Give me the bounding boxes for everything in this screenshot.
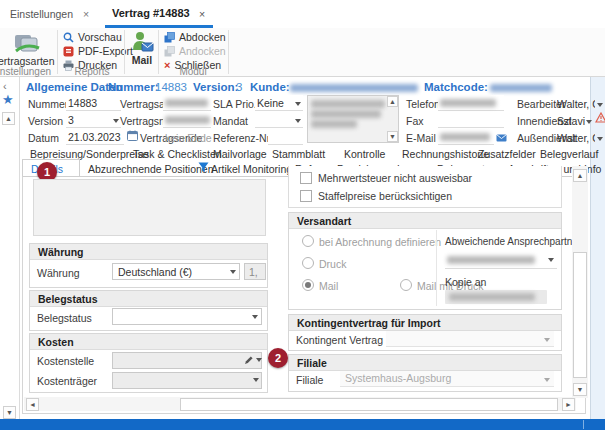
ribbon-group-einstellungen-label: Einstellungen [0,66,58,77]
scroll-down-button[interactable]: ▼ [573,383,587,396]
summary-version-label: Version: [193,81,238,93]
kopie-an-label: Kopie an [445,276,486,288]
tab-mailvorlage[interactable]: Mailvorlage [213,148,267,160]
tab-rechnungshistorie[interactable]: Rechnungshistorie [402,148,489,160]
tab-stammblatt[interactable]: Stammblatt [272,148,325,160]
redacted-email-value [440,133,490,141]
filter-icon [198,162,209,175]
send-email-icon[interactable] [496,132,507,144]
filiale-value: Systemhaus-Augsburg [345,372,451,384]
waehrung-value: Deutschland (€) [118,266,192,278]
mandat-label: Mandat [213,115,248,127]
document-tabbar [0,0,605,28]
scroll-up-button[interactable]: ▲ [573,169,587,182]
ansprechpartner-label: Abweichende Ansprechpartner [445,236,581,247]
staffelpreise-checkbox-label: Staffelpreise berücksichtigen [318,190,452,202]
summary-kunde-label: Kunde: [250,81,290,93]
sla-prio-dropdown-icon[interactable] [295,102,301,106]
scroll-left-button[interactable]: ◄ [26,398,39,411]
innendienst-value[interactable]: Szlavik, N [557,115,585,127]
staffelpreise-checkbox[interactable] [300,190,312,202]
datum-label: Datum [28,132,59,144]
telefon-label: Telefon [406,98,440,110]
version-dropdown-icon[interactable] [113,119,119,123]
aussendienst-dropdown-icon[interactable] [597,137,603,141]
left-strip-scroll-down[interactable]: ▼ [3,406,16,419]
address-scroll-down[interactable]: ▼ [387,131,398,142]
waehrung-label: Währung [37,267,80,279]
kostentraeger-field[interactable] [112,372,262,389]
kostenstelle-field[interactable] [112,352,262,369]
andocken-button: Andocken [164,45,226,57]
kostenstelle-label: Kostenstelle [37,355,94,367]
section-kontingent-header: Kontingentvertrag für Import [289,315,561,331]
bearbeiter-value[interactable]: Walter, Olive [557,98,595,110]
redacted-address-line [311,100,385,108]
mail-icon [130,30,154,54]
aussendienst-value[interactable]: Walter, Olive [557,132,595,144]
waehrung-combo[interactable]: Deutschland (€) [112,263,240,280]
ribbon-group-modul-label: Modul [164,66,222,77]
tab-einstellungen[interactable]: Einstellungen [10,8,73,20]
nummer-label: Nummer [28,98,68,110]
left-strip-clipped-text: rrrrrrrrr [0,130,6,297]
referenz-nr-field[interactable] [268,129,303,145]
address-scroll-up[interactable]: ▲ [387,96,398,107]
waehrung-dropdown-icon[interactable] [230,270,236,274]
waehrung-rate-field: 1, [244,263,266,280]
status-bar-divider [583,420,584,429]
fax-field[interactable] [438,112,504,128]
belegstatus-dropdown-icon[interactable] [252,315,258,319]
summary-matchcode-label: Matchcode: [424,81,488,93]
radio-druck [302,257,314,269]
kostentraeger-dropdown-icon[interactable] [253,378,259,382]
mail-button[interactable]: Mail [128,30,156,72]
ansprechpartner-dropdown-icon[interactable] [548,258,554,262]
redacted-matchcode-value [490,84,552,92]
summary-nummer-label: Nummer: [108,81,158,93]
radio-bei-abrechnung [302,235,314,247]
belegstatus-combo[interactable] [112,308,262,325]
mail-label: Mail [128,54,156,66]
filiale-label: Filiale [296,374,323,386]
kontingent-dropdown-icon [544,338,550,342]
collapse-chevron-icon[interactable]: ‹ [3,80,7,92]
tab-kontrolle[interactable]: Kontrolle [344,148,385,160]
redacted-address-line [311,120,357,128]
fax-label: Fax [406,115,424,127]
radio-mail-label: Mail [319,280,338,292]
innendienst-dropdown-icon[interactable] [586,120,592,124]
email-label: E-Mail [406,132,436,144]
right-dock-strip [590,77,605,420]
tab-zusatzfelder[interactable]: Zusatzfelder [478,148,536,160]
mwst-checkbox-label: Mehrwertsteuer nicht ausweisbar [318,172,472,184]
favorite-star-icon[interactable]: ★ [2,92,14,107]
notes-textarea[interactable] [33,179,266,236]
abdocken-button[interactable]: Abdocken [164,31,226,43]
kostenstelle-edit-icon[interactable] [244,355,254,367]
pdf-export-button[interactable]: PDF-Export [63,45,133,57]
vertical-scroll-thumb[interactable] [573,252,587,378]
scroll-right-button[interactable]: ► [562,398,575,411]
calendar-icon[interactable] [127,130,138,143]
bearbeiter-dropdown-icon[interactable] [597,103,603,107]
left-strip-scroll-up[interactable]: ▲ [2,112,15,125]
tab-belegverlauf[interactable]: Belegverlauf [540,148,598,160]
summary-version-value: 3 [236,81,242,93]
vorschau-button[interactable]: Vorschau [63,31,122,43]
tab-vertrag-close-icon[interactable]: × [199,8,205,20]
radio-mail [302,279,314,291]
redacted-kopie-an-value [449,293,535,301]
nummer-value: 14883 [68,97,97,109]
referenz-nr-label: Referenz-Nr. [213,132,273,144]
tab-einstellungen-close-icon[interactable]: × [83,8,89,20]
horizontal-scroll-thumb[interactable] [180,398,558,411]
kostenstelle-dropdown-icon[interactable] [256,358,262,362]
tab-vertrag[interactable]: Vertrag #14883 [112,7,190,19]
mandat-dropdown-icon[interactable] [295,119,301,123]
warning-icon [595,112,605,125]
vertragsarten-icon [12,31,42,57]
mwst-checkbox[interactable] [300,172,312,184]
tab-abzurechnende-positionen[interactable]: Abzurechnende Positionen [88,163,214,175]
tab-task-checklisten[interactable]: Task & Checklisten [133,148,222,160]
